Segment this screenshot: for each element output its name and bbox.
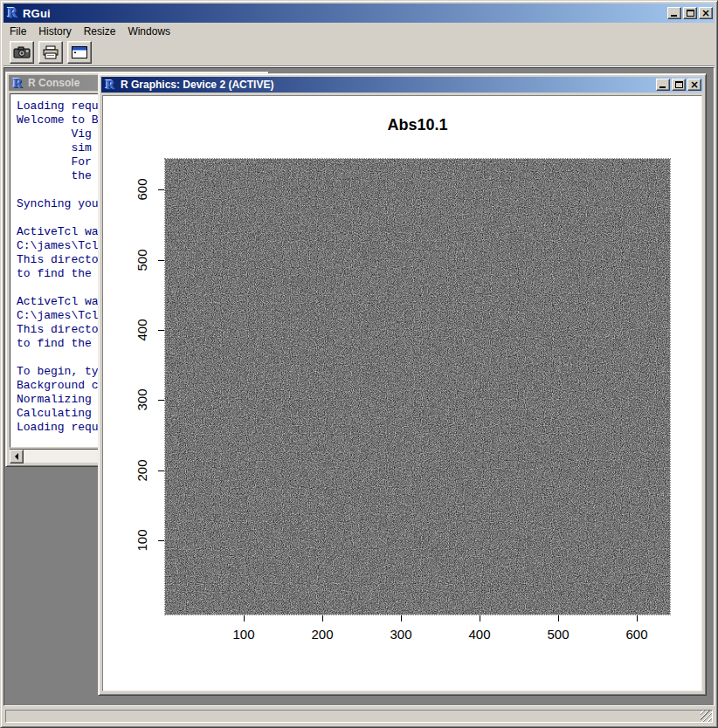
y-axis-tick <box>158 470 164 471</box>
y-axis-label: 100 <box>135 521 148 560</box>
scroll-left-button[interactable] <box>10 450 24 464</box>
x-axis-tick <box>244 615 245 622</box>
print-button[interactable] <box>38 41 63 64</box>
rgui-window: R RGui × File History Resize Windows <box>0 0 718 728</box>
graphics-maximize-button[interactable] <box>672 79 686 91</box>
menu-file[interactable]: File <box>3 24 32 39</box>
arrow-left-icon <box>11 453 18 460</box>
camera-icon <box>13 45 31 59</box>
toolbar <box>3 39 715 66</box>
x-axis-label: 300 <box>375 627 427 642</box>
x-axis-tick <box>637 615 638 622</box>
maximize-button[interactable] <box>683 7 697 19</box>
graphics-titlebar[interactable]: R R Graphics: Device 2 (ACTIVE) × <box>101 77 703 93</box>
minimize-icon <box>671 15 677 17</box>
statusbar <box>3 708 715 725</box>
y-axis-label: 400 <box>135 311 148 349</box>
x-axis-tick <box>401 615 402 622</box>
graphics-title: R Graphics: Device 2 (ACTIVE) <box>121 79 656 91</box>
y-axis-tick <box>158 330 164 331</box>
r-logo-icon: R <box>5 6 19 20</box>
minimize-button[interactable] <box>667 7 681 19</box>
y-axis-label: 500 <box>135 241 148 279</box>
close-icon: × <box>690 80 699 89</box>
focus-console-button[interactable] <box>67 41 92 64</box>
plot-canvas: Abs10.1 <box>102 95 702 691</box>
menu-windows[interactable]: Windows <box>121 24 176 39</box>
x-axis-label: 200 <box>296 627 349 642</box>
menubar: File History Resize Windows <box>3 23 715 39</box>
x-axis-label: 500 <box>532 627 584 642</box>
x-axis-label: 600 <box>611 627 663 642</box>
minimize-icon <box>659 86 666 88</box>
microarray-image-plot <box>165 159 670 615</box>
r-graphics-window[interactable]: R R Graphics: Device 2 (ACTIVE) × Abs10.… <box>98 73 707 696</box>
printer-icon <box>42 45 59 59</box>
x-axis-tick <box>322 615 323 622</box>
plot-title: Abs10.1 <box>165 116 670 134</box>
y-axis-tick <box>158 189 164 190</box>
y-axis-label: 200 <box>135 451 148 490</box>
graphics-minimize-button[interactable] <box>656 79 670 91</box>
close-icon: × <box>701 9 710 17</box>
console-window-icon <box>71 45 88 59</box>
r-logo-icon: R <box>103 78 117 92</box>
graphics-close-button[interactable]: × <box>687 79 701 91</box>
menu-history[interactable]: History <box>32 24 77 39</box>
x-axis-label: 100 <box>217 627 270 642</box>
y-axis-tick <box>158 260 164 261</box>
y-axis-tick <box>158 400 164 401</box>
window-title: RGui <box>23 7 667 20</box>
copy-to-clipboard-button[interactable] <box>10 41 34 64</box>
status-panel <box>5 710 713 723</box>
r-logo-icon: R <box>10 76 24 90</box>
maximize-icon <box>675 81 683 88</box>
x-axis-label: 400 <box>453 627 506 642</box>
y-axis-tick <box>158 540 164 541</box>
menu-resize[interactable]: Resize <box>78 24 122 39</box>
x-axis-tick <box>480 615 480 622</box>
y-axis-label: 600 <box>135 170 148 209</box>
mdi-client-area: R R Console Loading requWelcome to B Vig… <box>3 67 715 706</box>
maximize-icon <box>687 10 694 17</box>
resize-grip[interactable] <box>701 711 712 722</box>
y-axis-label: 300 <box>135 381 148 419</box>
x-axis-tick <box>558 615 559 622</box>
main-titlebar[interactable]: R RGui × <box>3 3 715 23</box>
close-button[interactable]: × <box>699 7 713 19</box>
